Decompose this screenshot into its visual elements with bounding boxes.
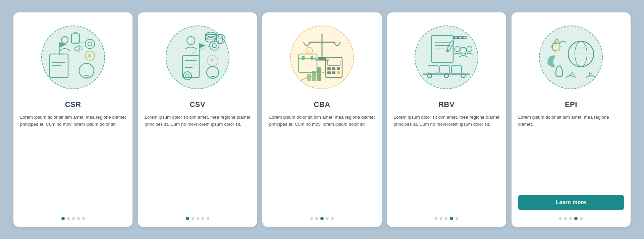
dot[interactable] — [569, 217, 572, 220]
dot[interactable] — [197, 217, 199, 220]
dot[interactable] — [574, 217, 578, 220]
dot[interactable] — [72, 217, 75, 220]
rbv-illustration — [410, 20, 483, 94]
dot[interactable] — [186, 217, 189, 220]
dot[interactable] — [450, 217, 453, 220]
csv-text: Lorem ipsum dolor sit dim amet, mea regi… — [145, 114, 250, 210]
epi-title: EPI — [565, 100, 577, 109]
card-cba: $ CBA Lorem ipsum dolor sit dim amet, me… — [262, 12, 381, 227]
dot[interactable] — [564, 217, 567, 220]
dot[interactable] — [445, 217, 447, 220]
card-csr: $ CSR Lorem ipsum dolor sit dim amet, me… — [13, 12, 132, 227]
card-csv: $ CSV Lorem ipsum dolor sit dim amet, me… — [138, 12, 257, 227]
cba-text: Lorem ipsum dolor sit dim amet, mea regi… — [269, 114, 375, 210]
dot[interactable] — [559, 217, 562, 220]
epi-text: Lorem ipsum dolor sit dim amet, mea regi… — [518, 114, 624, 190]
csv-title: CSV — [190, 100, 205, 109]
dot[interactable] — [67, 217, 70, 220]
csr-illustration: $ — [36, 20, 110, 94]
csv-illustration: $ — [161, 20, 234, 94]
csv-dots — [186, 217, 209, 220]
dot[interactable] — [435, 217, 437, 220]
dot[interactable] — [320, 217, 324, 220]
epi-dots — [559, 217, 583, 220]
dot[interactable] — [455, 217, 458, 220]
rbv-dots — [435, 217, 458, 220]
dot[interactable] — [77, 217, 80, 220]
csr-text: Lorem ipsum dolor sit dim amet, mea regi… — [20, 114, 126, 210]
cba-dots — [310, 217, 334, 220]
cba-title: CBA — [314, 100, 330, 109]
epi-illustration — [534, 20, 608, 94]
cba-illustration: $ — [285, 20, 359, 94]
cards-container: $ CSR Lorem ipsum dolor sit dim amet, me… — [13, 12, 631, 227]
dot[interactable] — [331, 217, 334, 220]
rbv-title: RBV — [438, 100, 454, 109]
dot[interactable] — [326, 217, 329, 220]
learn-more-button[interactable]: Learn more — [518, 195, 624, 210]
csr-title: CSR — [65, 100, 81, 109]
dot[interactable] — [202, 217, 204, 220]
dot[interactable] — [192, 217, 194, 220]
card-epi: EPI Lorem ipsum dolor sit dim amet, mea … — [512, 12, 631, 227]
dot[interactable] — [440, 217, 442, 220]
dot[interactable] — [580, 217, 583, 220]
rbv-text: Lorem ipsum dolor sit dim amet, mea regi… — [394, 114, 499, 210]
dot[interactable] — [315, 217, 318, 220]
card-rbv: RBV Lorem ipsum dolor sit dim amet, mea … — [387, 12, 506, 227]
dot[interactable] — [82, 217, 85, 220]
csr-dots — [61, 217, 85, 220]
dot[interactable] — [310, 217, 313, 220]
dot[interactable] — [207, 217, 209, 220]
dot[interactable] — [61, 217, 65, 220]
